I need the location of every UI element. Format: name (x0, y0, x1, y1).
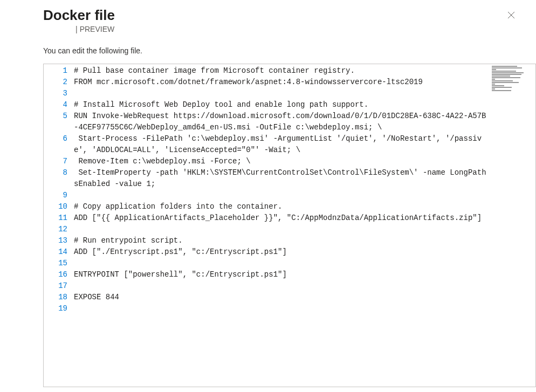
code-line[interactable] (74, 88, 487, 99)
panel-container: Docker file |PREVIEW You can edit the fo… (43, 0, 536, 392)
code-line[interactable]: EXPOSE 844 (74, 292, 487, 303)
code-line[interactable]: ADD ["{{ ApplicationArtifacts_Placeholde… (74, 212, 487, 224)
line-number: 3 (44, 88, 67, 99)
code-content[interactable]: # Pull base container image from Microso… (74, 64, 535, 387)
line-number: 13 (44, 235, 67, 246)
line-number: 18 (44, 292, 67, 303)
code-line[interactable]: # Pull base container image from Microso… (74, 65, 487, 77)
close-button[interactable] (503, 6, 520, 24)
line-number: 4 (44, 99, 67, 111)
code-line[interactable]: Start-Process -FilePath 'c:\webdeploy.ms… (74, 133, 487, 156)
line-number: 7 (44, 156, 67, 167)
line-number: 1 (44, 65, 67, 77)
code-line[interactable]: FROM mcr.microsoft.com/dotnet/framework/… (74, 77, 487, 88)
line-number-gutter: 12345.6.78.910111213141516171819 (44, 64, 74, 387)
line-number: 9 (44, 190, 67, 201)
close-icon (507, 11, 515, 19)
panel-title: Docker file (43, 6, 503, 24)
code-line[interactable] (74, 280, 487, 292)
line-number: 2 (44, 77, 67, 88)
separator: | (75, 25, 78, 33)
line-number: 15 (44, 258, 67, 269)
panel-header: Docker file |PREVIEW (43, 0, 536, 33)
code-line[interactable] (74, 190, 487, 201)
title-block: Docker file |PREVIEW (43, 6, 503, 33)
line-number: 19 (44, 303, 67, 314)
line-number: 17 (44, 280, 67, 292)
code-line[interactable] (74, 224, 487, 235)
line-number: 16 (44, 269, 67, 280)
code-line[interactable] (74, 303, 487, 314)
code-line[interactable]: # Run entrypoint script. (74, 235, 487, 246)
line-number: 8 (44, 167, 67, 178)
line-number: 12 (44, 224, 67, 235)
code-line[interactable]: ENTRYPOINT ["powershell", "c:/Entryscrip… (74, 269, 487, 280)
code-line[interactable]: ADD ["./Entryscript.ps1", "c:/Entryscrip… (74, 246, 487, 258)
code-line[interactable]: # Install Microsoft Web Deploy tool and … (74, 99, 487, 111)
code-line[interactable]: RUN Invoke-WebRequest https://download.m… (74, 111, 487, 133)
line-number: 14 (44, 246, 67, 258)
code-line[interactable]: Remove-Item c:\webdeploy.msi -Force; \ (74, 156, 487, 167)
line-number: 11 (44, 212, 67, 224)
code-editor[interactable]: 12345.6.78.910111213141516171819 # Pull … (43, 64, 536, 387)
code-line[interactable]: # Copy application folders into the cont… (74, 201, 487, 212)
code-line[interactable] (74, 258, 487, 269)
preview-badge: |PREVIEW (43, 25, 503, 33)
line-number: 6 (44, 133, 67, 145)
line-number: 10 (44, 201, 67, 212)
line-number: 5 (44, 111, 67, 122)
preview-label: PREVIEW (80, 25, 115, 33)
instruction-text: You can edit the following file. (43, 46, 536, 55)
code-line[interactable]: Set-ItemProperty -path 'HKLM:\SYSTEM\Cur… (74, 167, 487, 190)
